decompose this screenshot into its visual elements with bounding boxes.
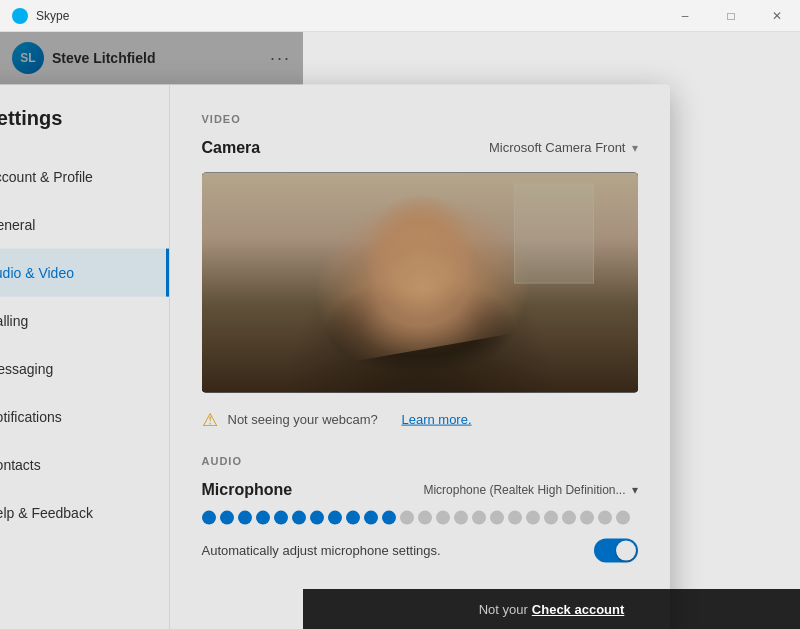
sidebar-item-contacts[interactable]: 👥 Contacts <box>0 440 169 488</box>
mic-dot <box>238 510 252 524</box>
mic-dot <box>562 510 576 524</box>
settings-overlay: ✕ Settings 👤 Account & Profile ⚙ General… <box>0 32 303 629</box>
chevron-down-icon: ▾ <box>632 482 638 496</box>
warning-icon: ⚠ <box>202 408 218 430</box>
camera-row: Camera Microsoft Camera Front ▾ <box>202 138 638 156</box>
app-title: Skype <box>36 9 69 23</box>
sidebar-item-label: Notifications <box>0 408 62 424</box>
camera-preview-inner <box>202 172 638 392</box>
video-section-label: VIDEO <box>202 112 638 124</box>
main-container: SL Steve Litchfield ··· 🔍 Pe... RECENT E… <box>0 32 800 629</box>
settings-content: VIDEO Camera Microsoft Camera Front ▾ <box>170 84 670 629</box>
microphone-select[interactable]: Microphone (Realtek High Definition... ▾ <box>423 482 637 496</box>
microphone-row: Microphone Microphone (Realtek High Defi… <box>202 480 638 498</box>
sidebar-item-calling[interactable]: 📞 Calling <box>0 296 169 344</box>
sidebar-item-messaging[interactable]: 💬 Messaging <box>0 344 169 392</box>
webcam-warning: ⚠ Not seeing your webcam? Learn more. <box>202 408 638 430</box>
camera-preview <box>202 172 638 392</box>
sidebar-item-label: Messaging <box>0 360 53 376</box>
mic-dot <box>400 510 414 524</box>
mic-dot <box>292 510 306 524</box>
skype-panel: SL Steve Litchfield ··· 🔍 Pe... RECENT E… <box>0 32 303 629</box>
mic-dot <box>382 510 396 524</box>
chevron-down-icon: ▾ <box>632 140 638 154</box>
mic-dot <box>544 510 558 524</box>
mic-dot <box>346 510 360 524</box>
mic-dot <box>274 510 288 524</box>
sidebar-item-general[interactable]: ⚙ General <box>0 200 169 248</box>
minimize-button[interactable]: – <box>662 0 708 32</box>
window-controls: – □ ✕ <box>662 0 800 31</box>
sidebar-item-label: Audio & Video <box>0 264 74 280</box>
mic-dot <box>526 510 540 524</box>
sidebar-item-label: Account & Profile <box>0 168 93 184</box>
mic-dot <box>364 510 378 524</box>
mic-dot <box>472 510 486 524</box>
close-button[interactable]: ✕ <box>754 0 800 32</box>
mic-dot <box>220 510 234 524</box>
title-bar: Skype – □ ✕ <box>0 0 800 32</box>
auto-adjust-row: Automatically adjust microphone settings… <box>202 538 638 562</box>
mic-dot <box>490 510 504 524</box>
learn-more-link[interactable]: Learn more. <box>401 412 471 427</box>
bottom-bar-prefix: Not your <box>479 602 528 617</box>
mic-dot <box>508 510 522 524</box>
mic-dot <box>202 510 216 524</box>
sidebar-item-label: Calling <box>0 312 28 328</box>
auto-adjust-label: Automatically adjust microphone settings… <box>202 543 441 558</box>
mic-dot <box>454 510 468 524</box>
mic-dot <box>598 510 612 524</box>
camera-label: Camera <box>202 138 261 156</box>
sidebar-item-account[interactable]: 👤 Account & Profile <box>0 152 169 200</box>
mic-dot <box>256 510 270 524</box>
sidebar-item-label: Help & Feedback <box>0 504 93 520</box>
maximize-button[interactable]: □ <box>708 0 754 32</box>
microphone-label: Microphone <box>202 480 293 498</box>
mic-dot <box>616 510 630 524</box>
camera-select[interactable]: Microsoft Camera Front ▾ <box>489 140 638 155</box>
settings-sidebar: ✕ Settings 👤 Account & Profile ⚙ General… <box>0 84 170 629</box>
mic-level-indicator <box>202 510 638 524</box>
mic-dot <box>418 510 432 524</box>
sidebar-item-label: Contacts <box>0 456 41 472</box>
auto-adjust-toggle[interactable] <box>594 538 638 562</box>
sidebar-item-label: General <box>0 216 35 232</box>
bg-window <box>514 183 594 283</box>
mic-dot <box>436 510 450 524</box>
sidebar-item-help[interactable]: ℹ Help & Feedback <box>0 488 169 536</box>
sidebar-item-audio-video[interactable]: 🎤 Audio & Video <box>0 248 169 296</box>
webcam-warning-text: Not seeing your webcam? <box>228 412 378 427</box>
bottom-bar: Not your Check account <box>303 589 800 629</box>
sidebar-item-notifications[interactable]: 🔔 Notifications <box>0 392 169 440</box>
mic-dot <box>310 510 324 524</box>
microphone-value: Microphone (Realtek High Definition... <box>423 482 625 496</box>
check-account-link[interactable]: Check account <box>532 602 624 617</box>
settings-header: ✕ Settings <box>0 104 169 152</box>
mic-dot <box>328 510 342 524</box>
settings-title: Settings <box>0 107 62 130</box>
audio-section-label: AUDIO <box>202 454 638 466</box>
mic-dot <box>580 510 594 524</box>
camera-value: Microsoft Camera Front <box>489 140 626 155</box>
settings-modal: ✕ Settings 👤 Account & Profile ⚙ General… <box>0 84 670 629</box>
app-icon <box>12 8 28 24</box>
